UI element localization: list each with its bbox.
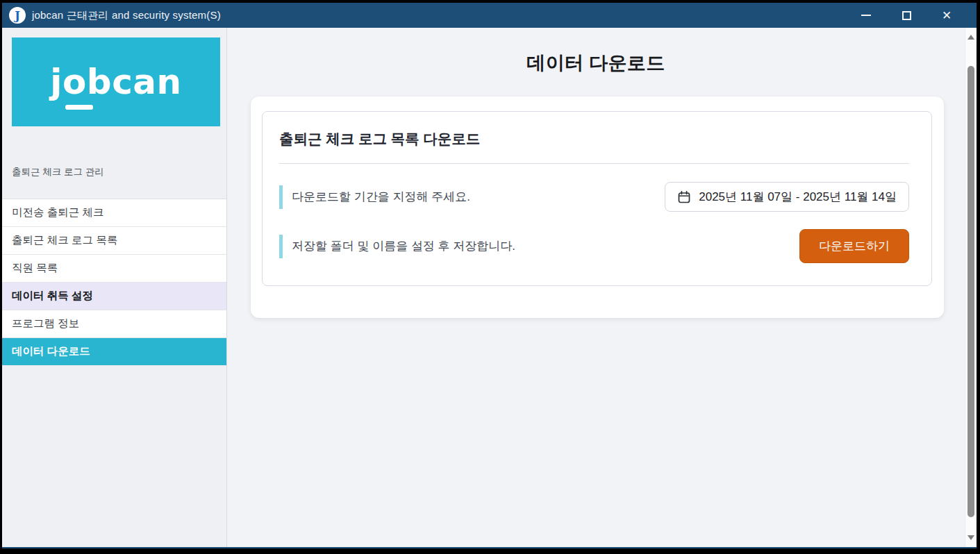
main-content: 데이터 다운로드 출퇴근 체크 로그 목록 다운로드 다운로드할 기간을 지정해… bbox=[227, 28, 965, 547]
titlebar: J jobcan 근태관리 and security system(S) ✕ bbox=[2, 3, 977, 28]
maximize-button[interactable] bbox=[886, 3, 927, 28]
sidebar-item-program-info[interactable]: 프로그램 정보 bbox=[2, 310, 226, 338]
save-row-label: 저장할 폴더 및 이름을 설정 후 저장합니다. bbox=[292, 238, 515, 254]
sidebar-item-unsent-checks[interactable]: 미전송 출퇴근 체크 bbox=[2, 199, 226, 227]
download-card: 출퇴근 체크 로그 목록 다운로드 다운로드할 기간을 지정해 주세요. bbox=[262, 111, 932, 286]
scrollbar-down-arrow-icon[interactable] bbox=[967, 535, 974, 540]
app-icon: J bbox=[9, 7, 26, 24]
download-panel: 출퇴근 체크 로그 목록 다운로드 다운로드할 기간을 지정해 주세요. bbox=[251, 96, 944, 318]
jobcan-logo-underline bbox=[65, 105, 93, 110]
date-range-value: 2025년 11월 07일 - 2025년 11월 14일 bbox=[699, 189, 897, 205]
date-range-field[interactable]: 2025년 11월 07일 - 2025년 11월 14일 bbox=[665, 182, 909, 212]
accent-bar bbox=[279, 235, 283, 258]
close-button[interactable]: ✕ bbox=[927, 3, 967, 28]
save-row: 저장할 폴더 및 이름을 설정 후 저장합니다. 다운로드하기 bbox=[279, 229, 909, 263]
vertical-scrollbar[interactable] bbox=[965, 28, 977, 547]
download-button[interactable]: 다운로드하기 bbox=[799, 229, 909, 263]
accent-bar bbox=[279, 185, 283, 209]
window-title: jobcan 근태관리 and security system(S) bbox=[32, 9, 221, 22]
sidebar-item-data-download[interactable]: 데이터 다운로드 bbox=[2, 338, 226, 366]
jobcan-logo-text: jobcan bbox=[50, 62, 181, 102]
card-title: 출퇴근 체크 로그 목록 다운로드 bbox=[279, 129, 909, 149]
jobcan-logo: jobcan bbox=[12, 37, 220, 126]
close-icon: ✕ bbox=[942, 10, 952, 22]
scrollbar-up-arrow-icon[interactable] bbox=[967, 35, 974, 40]
window-controls: ✕ bbox=[846, 3, 977, 28]
period-row-label: 다운로드할 기간을 지정해 주세요. bbox=[292, 189, 470, 205]
period-row: 다운로드할 기간을 지정해 주세요. 2 bbox=[279, 182, 909, 212]
sidebar-item-data-acquisition-settings[interactable]: 데이터 취득 설정 bbox=[2, 283, 226, 310]
app-window: J jobcan 근태관리 and security system(S) ✕ j… bbox=[2, 3, 977, 548]
sidebar-section-label: 출퇴근 체크 로그 관리 bbox=[12, 166, 226, 178]
sidebar-item-check-log-list[interactable]: 출퇴근 체크 로그 목록 bbox=[2, 227, 226, 255]
minimize-icon bbox=[861, 15, 871, 16]
minimize-button[interactable] bbox=[846, 3, 886, 28]
scrollbar-thumb[interactable] bbox=[967, 66, 974, 517]
maximize-icon bbox=[902, 11, 911, 20]
card-divider bbox=[279, 163, 909, 164]
calendar-icon bbox=[677, 190, 691, 204]
page-title: 데이터 다운로드 bbox=[227, 51, 965, 76]
sidebar-menu: 미전송 출퇴근 체크 출퇴근 체크 로그 목록 직원 목록 데이터 취득 설정 … bbox=[2, 199, 226, 366]
sidebar: jobcan 출퇴근 체크 로그 관리 미전송 출퇴근 체크 출퇴근 체크 로그… bbox=[2, 28, 227, 547]
sidebar-item-employee-list[interactable]: 직원 목록 bbox=[2, 255, 226, 283]
